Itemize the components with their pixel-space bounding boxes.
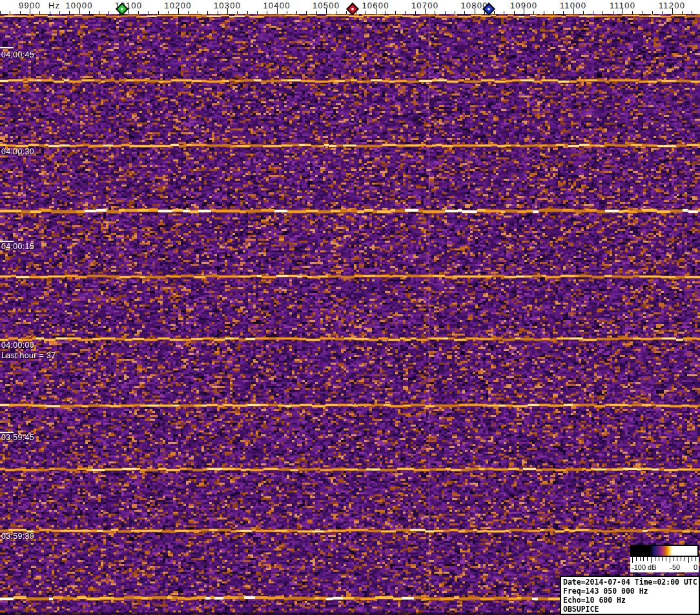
ruler-tick xyxy=(108,11,109,14)
ruler-tick xyxy=(445,11,446,14)
ruler-frequency-label: 10700 xyxy=(411,1,438,10)
frequency-unit-label: Hz xyxy=(48,1,60,10)
db-scale-tick xyxy=(677,557,677,561)
db-label-min: -100 dB xyxy=(632,563,657,571)
ruler-frequency-label: 9900 xyxy=(19,1,41,10)
ruler-tick xyxy=(583,11,584,14)
info-line: Echo=10 600 Hz xyxy=(563,596,697,605)
ruler-tick xyxy=(632,11,633,14)
ruler-tick xyxy=(198,11,198,14)
ruler-tick xyxy=(336,11,336,14)
db-scale-tick xyxy=(681,557,681,561)
ruler-tick xyxy=(20,11,21,14)
time-label: 04:00:00 xyxy=(1,341,34,350)
db-scale-tick xyxy=(651,557,652,563)
ruler-tick xyxy=(395,11,396,14)
ruler-tick xyxy=(149,11,149,14)
db-label-max: 0 xyxy=(694,563,697,571)
ruler-tick xyxy=(306,11,307,14)
db-colorbar-legend: -100 dB -50 0 xyxy=(630,545,699,572)
db-scale-tick xyxy=(636,557,637,561)
db-scale-ticks xyxy=(630,557,699,563)
ruler-tick xyxy=(247,11,248,14)
ruler-tick xyxy=(602,11,603,14)
ruler-tick xyxy=(99,11,99,14)
ruler-tick xyxy=(89,11,90,14)
ruler-tick xyxy=(218,11,218,14)
ruler-tick xyxy=(464,11,465,14)
db-scale-tick xyxy=(674,557,674,561)
time-tick xyxy=(0,47,14,48)
time-label: 03:59:45 xyxy=(1,433,34,442)
ruler-tick xyxy=(138,11,139,14)
db-scale-tick xyxy=(666,557,666,561)
db-scale-tick xyxy=(688,557,689,563)
ruler-tick xyxy=(207,11,208,14)
ruler-tick xyxy=(514,11,515,14)
ruler-tick xyxy=(237,11,238,14)
ruler-frequency-label: 11100 xyxy=(610,1,635,10)
db-scale-tick xyxy=(659,557,659,561)
db-scale-tick xyxy=(685,557,685,561)
ruler-frequency-label: 11000 xyxy=(560,1,586,10)
station-info-box: Date=2014-07-04 Time=02:00 UTCFreq=143 0… xyxy=(560,576,700,615)
ruler-tick xyxy=(563,11,564,14)
spectrogram-app: Hz 9900100001010010200103001040010500106… xyxy=(0,0,700,615)
db-gradient-bar xyxy=(630,545,699,557)
ruler-tick xyxy=(188,11,189,14)
ruler-tick xyxy=(662,11,663,14)
ruler-tick xyxy=(405,11,406,14)
ruler-tick xyxy=(0,11,1,14)
ruler-tick xyxy=(296,11,297,14)
ruler-tick xyxy=(168,11,169,14)
db-scale-labels: -100 dB -50 0 xyxy=(630,563,699,572)
ruler-tick xyxy=(365,11,366,14)
db-scale-tick xyxy=(662,557,663,561)
db-scale-tick xyxy=(632,557,633,563)
ruler-tick xyxy=(652,11,653,14)
ruler-tick xyxy=(267,11,267,14)
time-label: 04:00:30 xyxy=(1,147,34,156)
ruler-tick xyxy=(553,11,554,14)
ruler-tick xyxy=(316,11,317,14)
ruler-frequency-label: 11200 xyxy=(659,1,685,10)
time-label: 03:59:30 xyxy=(1,532,34,541)
ruler-tick xyxy=(544,11,544,14)
db-scale-tick xyxy=(640,557,641,561)
ruler-tick xyxy=(494,11,495,14)
frequency-ruler: Hz 9900100001010010200103001040010500106… xyxy=(0,0,700,14)
ruler-tick xyxy=(59,11,60,14)
db-scale-tick xyxy=(695,557,696,561)
last-hour-count-annotation: Last hour = 37 xyxy=(1,351,56,360)
ruler-frequency-label: 10600 xyxy=(362,1,389,10)
waterfall-canvas xyxy=(0,14,700,615)
marker-red-diamond-icon[interactable] xyxy=(346,3,359,15)
ruler-tick xyxy=(682,11,683,14)
ruler-tick xyxy=(10,11,10,14)
db-scale-tick xyxy=(655,557,655,561)
ruler-tick xyxy=(257,11,258,14)
ruler-tick xyxy=(643,11,643,14)
db-scale-tick xyxy=(670,557,670,563)
info-line: Freq=143 050 000 Hz xyxy=(563,587,697,596)
ruler-tick xyxy=(346,11,347,14)
ruler-tick xyxy=(435,11,435,14)
ruler-tick xyxy=(50,11,50,14)
ruler-frequency-label: 10500 xyxy=(313,1,340,10)
ruler-tick xyxy=(593,11,593,14)
time-label: 04:00:45 xyxy=(1,50,34,59)
ruler-frequency-label: 10300 xyxy=(214,1,241,10)
ruler-tick xyxy=(287,11,287,14)
time-label: 04:00:15 xyxy=(1,242,34,251)
ruler-tick xyxy=(692,11,692,14)
db-label-mid: -50 xyxy=(670,563,680,571)
ruler-tick xyxy=(533,11,534,14)
ruler-tick xyxy=(613,11,613,14)
ruler-frequency-label: 10200 xyxy=(164,1,191,10)
ruler-tick xyxy=(158,11,159,14)
ruler-tick xyxy=(386,11,386,14)
db-scale-tick xyxy=(643,557,644,561)
ruler-tick xyxy=(39,11,40,14)
ruler-tick xyxy=(455,11,455,14)
ruler-tick xyxy=(504,11,504,14)
